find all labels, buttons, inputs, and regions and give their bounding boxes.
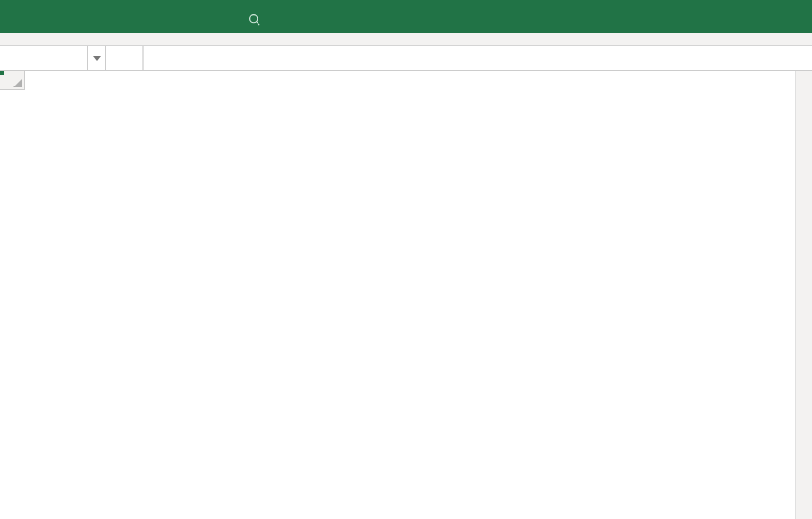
tab-data[interactable] (119, 14, 142, 24)
name-box-dropdown[interactable] (88, 46, 106, 70)
tab-home[interactable] (27, 14, 50, 24)
tab-formulas[interactable] (96, 14, 119, 24)
tab-page-layout[interactable] (73, 14, 96, 24)
chevron-down-icon (93, 56, 101, 62)
tab-review[interactable] (142, 14, 165, 24)
formula-bar-buttons (106, 46, 143, 70)
ribbon-tabs (0, 6, 812, 33)
tab-view[interactable] (165, 14, 188, 24)
tab-help[interactable] (211, 14, 234, 24)
formula-input[interactable] (143, 46, 812, 70)
svg-point-0 (250, 14, 258, 22)
vertical-scrollbar[interactable] (795, 71, 812, 519)
svg-line-1 (257, 21, 259, 24)
select-all-corner[interactable] (0, 71, 25, 90)
search-icon (248, 13, 260, 26)
tab-developer[interactable] (188, 14, 211, 24)
formula-bar (0, 46, 812, 71)
tab-file[interactable] (4, 14, 27, 24)
name-box[interactable] (0, 46, 88, 70)
tab-insert[interactable] (50, 14, 73, 24)
ribbon-area (0, 33, 812, 46)
tell-me-search[interactable] (234, 13, 266, 26)
